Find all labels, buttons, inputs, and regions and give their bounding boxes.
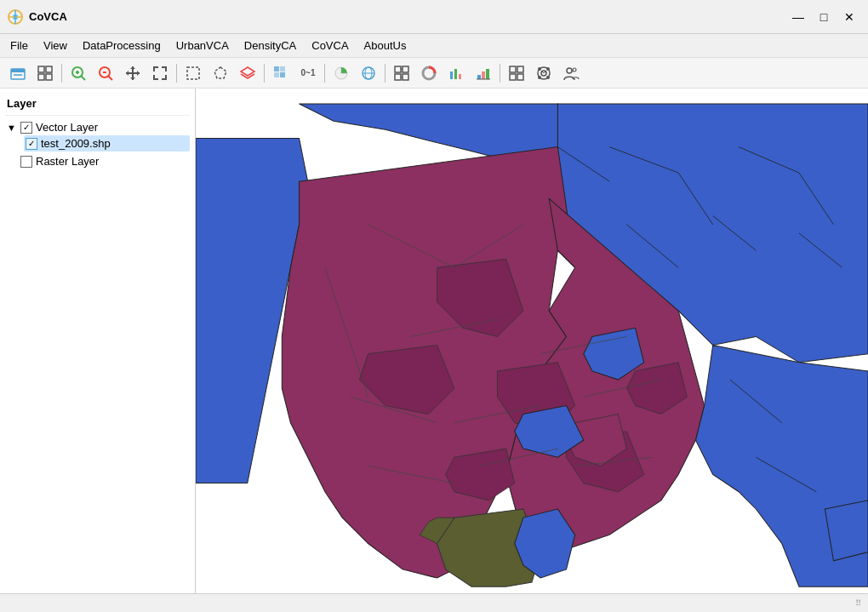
svg-rect-7 xyxy=(38,66,44,72)
select-rect-icon xyxy=(185,65,202,82)
pie-chart-button[interactable] xyxy=(328,61,354,85)
grid-view-icon xyxy=(272,65,289,82)
menu-urbanvca[interactable]: UrbanVCA xyxy=(169,37,236,54)
grid5-button[interactable] xyxy=(389,61,414,85)
svg-rect-38 xyxy=(482,71,485,79)
svg-rect-36 xyxy=(459,74,461,79)
map-canvas xyxy=(196,89,868,593)
bar-chart2-button[interactable] xyxy=(471,61,496,85)
users-icon xyxy=(562,65,580,82)
map-area xyxy=(196,89,868,593)
title-bar: CoVCA — □ ✕ xyxy=(0,0,868,34)
svg-rect-23 xyxy=(280,72,285,77)
raster-layer-checkbox[interactable] xyxy=(20,156,32,168)
full-extent-icon xyxy=(151,65,168,82)
network-button[interactable] xyxy=(531,61,557,85)
menu-dataprocessing[interactable]: DataProcessing xyxy=(76,37,168,54)
svg-rect-28 xyxy=(403,66,408,72)
toolbar-sep-2 xyxy=(176,64,177,83)
menu-bar: File View DataProcessing UrbanVCA Densit… xyxy=(0,34,868,58)
toolbar-sep-5 xyxy=(385,64,385,83)
svg-rect-27 xyxy=(395,66,401,72)
menu-densityca[interactable]: DensityCA xyxy=(237,37,303,54)
toolbar-sep-4 xyxy=(324,64,325,83)
zoom-in-button[interactable] xyxy=(66,61,91,85)
grid5-icon xyxy=(393,65,410,82)
svg-marker-19 xyxy=(214,67,226,78)
binary-button[interactable]: 0~1 xyxy=(295,61,321,85)
toolbar: 0~1 xyxy=(0,58,868,89)
raster-layer-item[interactable]: ▶ Raster Layer xyxy=(5,153,190,169)
users-button[interactable] xyxy=(558,61,584,85)
close-button[interactable]: ✕ xyxy=(837,7,861,27)
bar-chart-button[interactable] xyxy=(443,61,469,85)
grid-view-button[interactable] xyxy=(268,61,294,85)
svg-rect-29 xyxy=(395,74,401,80)
grid6-button[interactable] xyxy=(504,61,529,85)
full-extent-button[interactable] xyxy=(147,61,173,85)
svg-point-53 xyxy=(567,68,572,73)
svg-rect-20 xyxy=(274,66,279,71)
menu-file[interactable]: File xyxy=(3,37,35,54)
grid-toggle-button[interactable] xyxy=(32,61,58,85)
vector-layer-arrow[interactable]: ▼ xyxy=(7,123,17,133)
select-poly-icon xyxy=(212,65,229,82)
main-content: Layer ▼ ✓ Vector Layer ✓ test_2009.shp ▶… xyxy=(0,89,868,593)
window-controls: — □ ✕ xyxy=(786,7,861,27)
svg-rect-5 xyxy=(11,69,25,72)
svg-rect-10 xyxy=(46,74,52,80)
maximize-button[interactable]: □ xyxy=(812,7,836,27)
svg-rect-43 xyxy=(510,74,516,80)
svg-rect-35 xyxy=(454,69,457,79)
vector-layer-children: ✓ test_2009.shp xyxy=(5,135,190,152)
toolbar-sep-6 xyxy=(500,64,500,83)
svg-rect-34 xyxy=(450,71,453,79)
minimize-button[interactable]: — xyxy=(786,7,810,27)
resize-grip-icon: ⠿ xyxy=(855,598,861,608)
select-poly-button[interactable] xyxy=(208,61,233,85)
globe-button[interactable] xyxy=(356,61,381,85)
svg-rect-18 xyxy=(187,67,199,79)
bar-chart-icon xyxy=(448,65,465,82)
vector-layer-label: Vector Layer xyxy=(36,121,98,134)
svg-rect-30 xyxy=(403,74,408,80)
vector-layer-item[interactable]: ▼ ✓ Vector Layer xyxy=(5,119,190,135)
svg-rect-41 xyxy=(510,66,516,72)
svg-line-14 xyxy=(81,76,85,80)
binary-label: 0~1 xyxy=(301,68,316,77)
status-bar: ⠿ xyxy=(0,593,868,612)
open-layers-button[interactable] xyxy=(5,61,31,85)
layer-panel: Layer ▼ ✓ Vector Layer ✓ test_2009.shp ▶… xyxy=(0,89,196,593)
select-rect-button[interactable] xyxy=(180,61,206,85)
test-2009-shp-item[interactable]: ✓ test_2009.shp xyxy=(24,135,190,152)
menu-covca[interactable]: CoVCA xyxy=(305,37,355,54)
pan-button[interactable] xyxy=(120,61,146,85)
network-icon xyxy=(535,65,552,82)
svg-rect-8 xyxy=(46,66,52,72)
pan-icon xyxy=(124,65,141,82)
svg-rect-39 xyxy=(486,69,489,79)
layers-stack-button[interactable] xyxy=(235,61,260,85)
svg-point-50 xyxy=(546,76,550,79)
svg-point-48 xyxy=(546,67,550,71)
svg-rect-9 xyxy=(38,74,44,80)
svg-rect-37 xyxy=(477,75,481,79)
test-2009-shp-label: test_2009.shp xyxy=(41,137,111,150)
test-2009-shp-checkbox[interactable]: ✓ xyxy=(26,138,37,150)
zoom-out-button[interactable] xyxy=(93,61,118,85)
layer-panel-header: Layer xyxy=(5,94,190,116)
svg-rect-44 xyxy=(517,74,523,80)
menu-aboutus[interactable]: AboutUs xyxy=(357,37,414,54)
app-title: CoVCA xyxy=(29,10,67,23)
menu-view[interactable]: View xyxy=(37,37,74,54)
globe-icon xyxy=(360,65,377,82)
svg-point-49 xyxy=(538,76,541,79)
svg-rect-42 xyxy=(517,66,523,72)
svg-point-47 xyxy=(538,67,541,71)
vector-layer-checkbox[interactable]: ✓ xyxy=(20,122,32,134)
toolbar-sep-1 xyxy=(61,64,62,83)
layers-stack-icon xyxy=(239,65,256,82)
title-bar-left: CoVCA xyxy=(7,9,67,26)
donut-button[interactable] xyxy=(416,61,442,85)
svg-line-17 xyxy=(108,76,112,80)
